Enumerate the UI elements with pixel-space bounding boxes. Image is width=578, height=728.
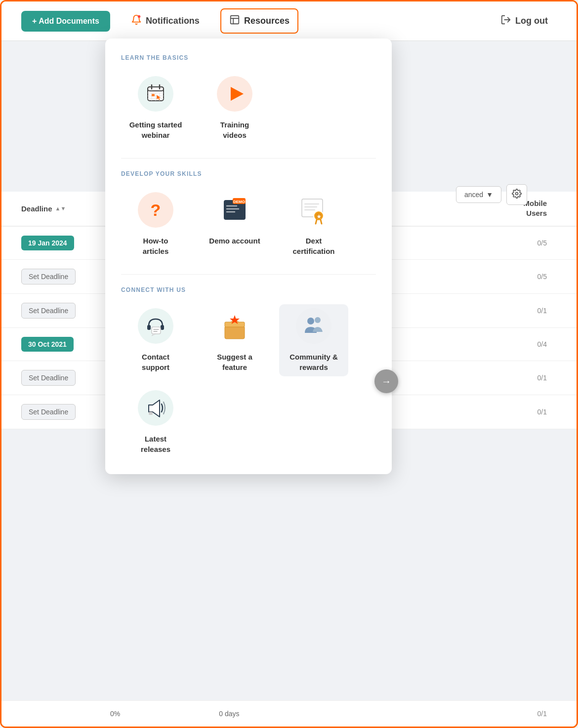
advanced-label: anced <box>464 191 483 199</box>
connect-section-title: CONNECT WITH US <box>121 286 376 293</box>
logout-icon <box>500 14 511 28</box>
connect-grid: Contactsupport Suggest afeature <box>121 304 376 458</box>
releases-label: Latestreleases <box>141 434 170 454</box>
develop-skills-section-title: DEVELOP YOUR SKILLS <box>121 170 376 177</box>
mobile-users-column-header: MobileUsers <box>524 199 557 219</box>
develop-skills-grid: ? How-toarticles DEMO Demo <box>121 188 376 260</box>
demo-label: Demo account <box>209 236 260 246</box>
bell-icon <box>131 14 142 28</box>
notifications-label: Notifications <box>146 16 200 26</box>
contact-label: Contactsupport <box>142 352 169 372</box>
logout-nav-item[interactable]: Log out <box>492 8 557 34</box>
logout-label: Log out <box>515 16 548 26</box>
svg-line-36 <box>316 220 317 224</box>
svg-point-48 <box>296 308 331 344</box>
mobile-users-value: 0/1 <box>537 408 557 416</box>
community-icon <box>296 308 331 346</box>
svg-rect-41 <box>152 327 161 334</box>
svg-point-49 <box>307 318 314 324</box>
resources-dropdown-panel: LEARN THE BASICS <box>105 39 392 474</box>
question-icon: ? <box>138 192 173 230</box>
demo-account-item[interactable]: DEMO Demo account <box>200 188 269 260</box>
resources-icon <box>229 14 240 28</box>
sort-icon: ▲▼ <box>55 205 66 211</box>
webinar-item[interactable]: Getting startedwebinar <box>121 72 190 144</box>
svg-point-5 <box>516 193 518 195</box>
svg-rect-45 <box>225 326 245 339</box>
svg-point-38 <box>138 308 173 344</box>
svg-rect-39 <box>147 325 151 330</box>
cert-label: Dextcertification <box>292 236 334 256</box>
contact-support-item[interactable]: Contactsupport <box>121 304 190 376</box>
settings-button[interactable] <box>506 184 527 205</box>
add-documents-button[interactable]: + Add Documents <box>21 11 110 32</box>
svg-text:?: ? <box>151 201 161 219</box>
gear-icon <box>512 192 522 200</box>
svg-rect-40 <box>161 325 164 330</box>
webinar-label: Getting startedwebinar <box>129 120 182 140</box>
play-icon <box>217 76 252 114</box>
mobile-users-value: 0/1 <box>537 374 557 382</box>
advanced-toolbar: anced ▼ <box>456 184 527 205</box>
mobile-users-value: 0/5 <box>537 239 557 247</box>
pct-value: 0% <box>110 710 120 718</box>
megaphone-icon <box>138 390 173 428</box>
community-rewards-item[interactable]: Community &rewards <box>279 304 348 376</box>
mobile-users-value: 0/5 <box>537 273 557 281</box>
bottom-mobile-value: 0/1 <box>537 710 557 718</box>
svg-line-37 <box>321 220 322 224</box>
svg-rect-52 <box>149 412 153 415</box>
dext-cert-item[interactable]: ★ Dextcertification <box>279 188 348 260</box>
starbox-icon <box>217 308 252 346</box>
learn-basics-section-title: LEARN THE BASICS <box>121 54 376 61</box>
svg-point-50 <box>315 317 321 323</box>
latest-releases-item[interactable]: Latestreleases <box>121 386 190 458</box>
svg-rect-8 <box>148 87 164 91</box>
calendar-icon <box>138 76 173 114</box>
set-deadline-button[interactable]: Set Deadline <box>21 404 76 420</box>
advanced-dropdown[interactable]: anced ▼ <box>456 186 501 203</box>
resources-nav-item[interactable]: Resources <box>220 8 298 34</box>
table-footer-row: 0% 0 days 0/1 <box>1 700 577 727</box>
svg-rect-1 <box>231 16 239 24</box>
svg-rect-46 <box>225 322 245 327</box>
suggest-feature-item[interactable]: Suggest afeature <box>200 304 269 376</box>
next-arrow-button[interactable]: → <box>374 369 398 393</box>
howto-articles-item[interactable]: ? How-toarticles <box>121 188 190 260</box>
demo-icon: DEMO <box>217 192 252 230</box>
svg-text:DEMO: DEMO <box>233 200 245 204</box>
training-label: Trainingvideos <box>220 120 249 140</box>
svg-point-0 <box>138 15 141 18</box>
top-navigation: + Add Documents Notifications Resources <box>1 1 577 41</box>
training-videos-item[interactable]: Trainingvideos <box>200 72 269 144</box>
svg-rect-18 <box>152 94 155 96</box>
suggest-label: Suggest afeature <box>217 352 252 372</box>
days-value: 0 days <box>219 710 239 718</box>
set-deadline-button[interactable]: Set Deadline <box>21 303 76 319</box>
howto-label: How-toarticles <box>143 236 169 256</box>
resources-label: Resources <box>244 16 289 26</box>
mobile-users-value: 0/1 <box>537 307 557 315</box>
deadline-badge: 19 Jan 2024 <box>21 236 74 250</box>
community-label: Community &rewards <box>289 352 338 372</box>
set-deadline-button[interactable]: Set Deadline <box>21 370 76 386</box>
learn-basics-grid: Getting startedwebinar Trainingvideos <box>121 72 376 144</box>
notifications-nav-item[interactable]: Notifications <box>122 8 208 34</box>
svg-text:★: ★ <box>317 214 322 219</box>
mobile-users-value: 0/4 <box>537 340 557 348</box>
chevron-down-icon: ▼ <box>486 191 493 199</box>
deadline-badge: 30 Oct 2021 <box>21 337 74 352</box>
set-deadline-button[interactable]: Set Deadline <box>21 269 76 284</box>
headset-icon <box>138 308 173 346</box>
arrow-right-icon: → <box>381 376 391 387</box>
cert-icon: ★ <box>296 192 331 230</box>
